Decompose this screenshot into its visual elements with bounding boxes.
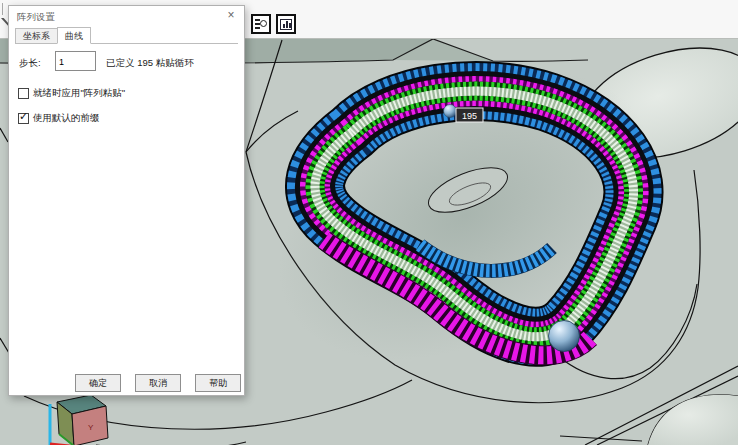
defined-loops-text: 已定义 195 粘贴循环 (106, 57, 194, 70)
application-window: 195 Y 阵列设置 × 坐标系 曲线 (0, 0, 738, 445)
y-axis-label: Y (88, 423, 94, 432)
apply-on-ready-row: 就绪时应用"阵列粘贴" (18, 87, 125, 100)
tab-coordinate-system[interactable]: 坐标系 (15, 28, 58, 43)
small-handle-sphere[interactable] (444, 105, 457, 118)
close-icon[interactable]: × (222, 7, 240, 23)
list-circle-icon[interactable] (251, 14, 271, 34)
toolbar-separator (2, 3, 3, 15)
default-prefix-row: ✓ 使用默认的前缀 (18, 112, 100, 125)
dialog-title: 阵列设置 (17, 11, 55, 24)
list-circle-glyph (255, 18, 267, 30)
bar-chart-icon[interactable] (276, 14, 296, 34)
drag-handle-sphere[interactable] (549, 321, 580, 352)
step-input[interactable] (55, 51, 96, 71)
count-badge: 195 (456, 108, 483, 122)
default-prefix-label: 使用默认的前缀 (33, 112, 100, 125)
default-prefix-checkbox[interactable]: ✓ (18, 113, 29, 124)
step-label: 步长: (19, 57, 41, 70)
cancel-button[interactable]: 取消 (135, 374, 181, 392)
apply-on-ready-checkbox[interactable] (18, 88, 29, 99)
bar-chart-glyph (280, 19, 292, 30)
tab-curve[interactable]: 曲线 (57, 27, 91, 44)
ok-button[interactable]: 确定 (75, 374, 121, 392)
apply-on-ready-label: 就绪时应用"阵列粘贴" (33, 87, 125, 100)
help-button[interactable]: 帮助 (195, 374, 241, 392)
count-badge-text: 195 (462, 111, 477, 121)
array-settings-dialog: 阵列设置 × 坐标系 曲线 步长: 已定义 195 粘贴循环 就绪时应用"阵列粘… (8, 5, 245, 396)
check-icon: ✓ (19, 111, 28, 122)
dialog-tabstrip: 坐标系 曲线 (15, 27, 238, 44)
